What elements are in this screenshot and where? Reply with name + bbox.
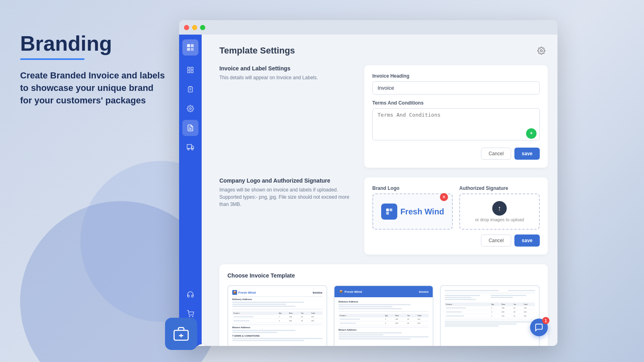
svg-point-19 bbox=[192, 316, 193, 317]
sidebar-item-document[interactable] bbox=[182, 120, 198, 136]
invoice-settings-actions: Cancel save bbox=[372, 148, 540, 160]
svg-point-17 bbox=[192, 148, 193, 150]
brand-logo-section: Company Logo and Authorized Signature Im… bbox=[219, 177, 548, 255]
invoice-settings-section: Invoice and Label Settings This details … bbox=[219, 65, 548, 168]
template-mock-2: 📦 Fresh Wind Invoice Delivery Address bbox=[334, 286, 433, 346]
logo-icon bbox=[381, 204, 397, 220]
main-content: Template Settings Invoice and Label Sett… bbox=[210, 35, 557, 346]
svg-marker-15 bbox=[192, 146, 194, 148]
brand-logo-desc: Images will be shown on invoice and labe… bbox=[219, 186, 356, 208]
template-card-1[interactable]: 📦 Fresh Wind Invoice Delivery Address bbox=[227, 285, 327, 346]
sidebar-item-headset[interactable] bbox=[182, 286, 198, 302]
template-mock-1: 📦 Fresh Wind Invoice Delivery Address bbox=[228, 286, 326, 346]
invoice-heading-group: Invoice Heading bbox=[372, 73, 540, 95]
template-chooser-title: Choose Invoice Template bbox=[227, 272, 540, 279]
invoice-heading-label: Invoice Heading bbox=[372, 73, 540, 79]
logo-upload-section: Brand Logo ✕ bbox=[372, 185, 540, 230]
logo-preview: ✕ Fresh Wind bbox=[381, 204, 444, 220]
settings-icon[interactable] bbox=[535, 44, 548, 57]
svg-rect-3 bbox=[191, 48, 194, 51]
page-header: Template Settings bbox=[219, 44, 548, 57]
svg-rect-22 bbox=[389, 209, 392, 212]
template-card-3[interactable]: ProductQtyRateTaxTotal 110010110 2200202… bbox=[440, 285, 540, 346]
main-window: › Template Settings Invoice and Label Se… bbox=[179, 20, 557, 346]
invoice-settings-card: Invoice Heading Terms And Conditions bbox=[364, 65, 548, 168]
chat-button[interactable]: 1 bbox=[530, 319, 548, 336]
svg-rect-6 bbox=[188, 71, 190, 73]
invoice-cancel-button[interactable]: Cancel bbox=[481, 148, 511, 160]
brand-logo-title: Company Logo and Authorized Signature bbox=[219, 177, 356, 184]
brand-save-button[interactable]: save bbox=[514, 234, 540, 247]
remove-logo-button[interactable]: ✕ bbox=[440, 193, 448, 201]
svg-rect-4 bbox=[188, 67, 190, 69]
svg-rect-23 bbox=[386, 212, 389, 215]
svg-rect-21 bbox=[386, 209, 389, 212]
ai-generate-btn[interactable] bbox=[526, 128, 537, 139]
svg-point-11 bbox=[190, 108, 192, 110]
brand-logo-upload-area[interactable]: ✕ Fresh Wind bbox=[372, 193, 453, 230]
window-body: › Template Settings Invoice and Label Se… bbox=[179, 35, 557, 346]
chat-badge: 1 bbox=[542, 317, 549, 324]
svg-point-20 bbox=[541, 50, 543, 52]
sidebar-item-truck[interactable] bbox=[182, 139, 198, 155]
minimize-dot[interactable] bbox=[192, 25, 197, 30]
terms-group: Terms And Conditions bbox=[372, 100, 540, 142]
template-card-2[interactable]: 📦 Fresh Wind Invoice Delivery Address bbox=[334, 285, 433, 346]
invoice-settings-title: Invoice and Label Settings bbox=[219, 65, 356, 72]
svg-rect-5 bbox=[191, 67, 193, 69]
template-chooser-section: Choose Invoice Template 📦 Fresh Wind Inv… bbox=[219, 264, 548, 346]
svg-point-16 bbox=[188, 148, 189, 150]
brand-logo-col: Brand Logo ✕ bbox=[372, 185, 453, 230]
bottom-box-icon bbox=[165, 318, 197, 350]
svg-rect-8 bbox=[188, 87, 193, 92]
upload-arrow-icon: ↑ bbox=[492, 201, 507, 216]
svg-rect-7 bbox=[191, 71, 193, 73]
sidebar-item-settings[interactable] bbox=[182, 101, 198, 117]
sidebar-item-grid[interactable] bbox=[182, 62, 198, 78]
brand-logo-card: Brand Logo ✕ bbox=[364, 177, 548, 255]
invoice-heading-input[interactable] bbox=[372, 81, 540, 95]
invoice-settings-info: Invoice and Label Settings This details … bbox=[219, 65, 356, 168]
sidebar bbox=[179, 35, 202, 346]
svg-rect-1 bbox=[191, 44, 194, 47]
maximize-dot[interactable] bbox=[200, 25, 205, 30]
signature-upload-area[interactable]: ↑ or drop images to upload bbox=[459, 193, 540, 230]
svg-point-18 bbox=[189, 316, 190, 317]
title-bar bbox=[179, 20, 557, 35]
template-mock-3: ProductQtyRateTaxTotal 110010110 2200202… bbox=[441, 286, 539, 346]
brand-logo-col-label: Brand Logo bbox=[372, 185, 453, 191]
page-title: Branding bbox=[20, 32, 165, 55]
sidebar-item-clipboard[interactable] bbox=[182, 81, 198, 97]
brand-logo-actions: Cancel save bbox=[372, 234, 540, 247]
page-subtitle: Create Branded Invoice and labels to sho… bbox=[20, 70, 165, 107]
window-title: Template Settings bbox=[219, 45, 295, 56]
brand-cancel-button[interactable]: Cancel bbox=[481, 234, 511, 247]
terms-textarea[interactable] bbox=[372, 108, 540, 140]
svg-rect-2 bbox=[187, 48, 190, 51]
close-dot[interactable] bbox=[184, 25, 189, 30]
invoice-save-button[interactable]: save bbox=[514, 148, 540, 160]
svg-rect-0 bbox=[187, 44, 190, 47]
svg-rect-14 bbox=[187, 144, 192, 148]
terms-textarea-wrap bbox=[372, 108, 540, 142]
signature-col: Authorized Signature ↑ or drop images to… bbox=[459, 185, 540, 230]
template-grid: 📦 Fresh Wind Invoice Delivery Address bbox=[227, 285, 540, 346]
sidebar-logo[interactable] bbox=[182, 39, 198, 56]
terms-label: Terms And Conditions bbox=[372, 100, 540, 106]
title-underline bbox=[20, 58, 85, 60]
left-panel: Branding Create Branded Invoice and labe… bbox=[20, 32, 165, 107]
invoice-settings-desc: This details will appear on Invoice and … bbox=[219, 74, 356, 81]
brand-logo-info: Company Logo and Authorized Signature Im… bbox=[219, 177, 356, 255]
signature-col-label: Authorized Signature bbox=[459, 185, 540, 191]
upload-drop-text: or drop images to upload bbox=[475, 217, 524, 222]
logo-name: Fresh Wind bbox=[400, 207, 444, 216]
